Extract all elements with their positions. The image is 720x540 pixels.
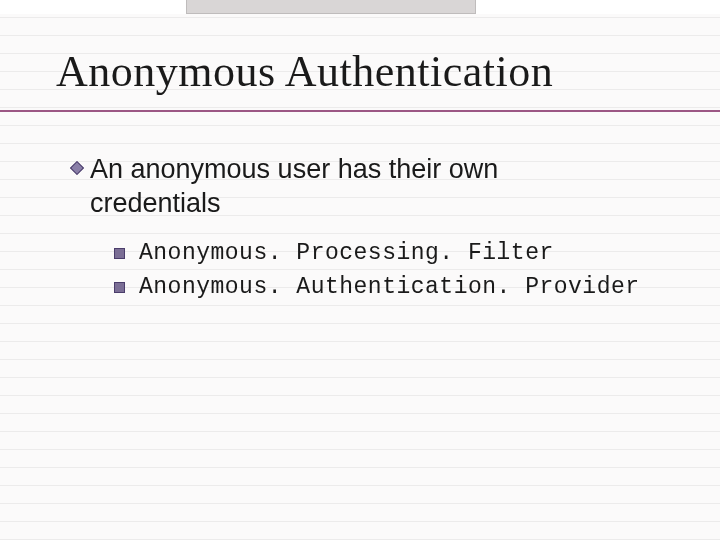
square-bullet-icon	[114, 248, 125, 259]
bullet-level2-text: Anonymous. Authentication. Provider	[139, 274, 640, 300]
bullet-level2: Anonymous. Authentication. Provider	[114, 274, 640, 300]
bullet-level1-cont: credentials	[70, 186, 221, 220]
slide: Anonymous Authentication An anonymous us…	[0, 0, 720, 540]
title-underline	[0, 110, 720, 112]
slide-title: Anonymous Authentication	[56, 46, 553, 97]
bullet-level1-text-cont: credentials	[90, 186, 221, 220]
bullet-level2-text: Anonymous. Processing. Filter	[139, 240, 554, 266]
square-bullet-icon	[114, 282, 125, 293]
header-tab	[186, 0, 476, 14]
bullet-level1: An anonymous user has their own	[70, 152, 498, 186]
diamond-bullet-icon	[70, 161, 84, 175]
bullet-level2: Anonymous. Processing. Filter	[114, 240, 554, 266]
bullet-level1-text: An anonymous user has their own	[90, 152, 498, 186]
